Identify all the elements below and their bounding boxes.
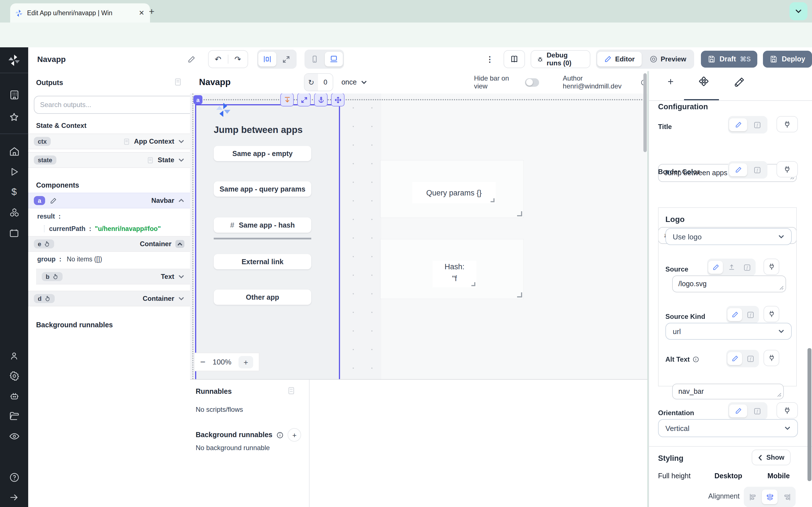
- eval-mode-button[interactable]: f: [748, 404, 766, 417]
- tab-close-icon[interactable]: ✕: [138, 9, 146, 17]
- runs-icon[interactable]: [0, 162, 28, 181]
- orientation-connect-button[interactable]: [776, 402, 798, 418]
- resize-handle[interactable]: [491, 198, 495, 202]
- upload-mode-button[interactable]: [724, 261, 739, 274]
- more-options-icon[interactable]: ⋮: [486, 55, 494, 64]
- component-row-navbar[interactable]: a Navbar: [28, 193, 190, 209]
- navbar-component-region[interactable]: [195, 100, 339, 379]
- component-row-text-b[interactable]: b Text: [36, 269, 190, 284]
- redo-button[interactable]: ↷: [228, 55, 247, 64]
- refresh-mode-select[interactable]: once: [342, 78, 367, 86]
- eval-mode-button[interactable]: f: [743, 352, 758, 365]
- resources-icon[interactable]: [0, 203, 28, 222]
- alt-text-connect-button[interactable]: [763, 350, 779, 366]
- users-icon[interactable]: [0, 346, 28, 365]
- workspace-icon[interactable]: [0, 86, 28, 104]
- draft-button[interactable]: Draft ⌘S: [701, 51, 758, 68]
- source-kind-connect-button[interactable]: [763, 306, 779, 322]
- static-mode-button[interactable]: [729, 163, 747, 176]
- eval-mode-button[interactable]: f: [743, 308, 758, 321]
- favorites-icon[interactable]: [0, 108, 28, 126]
- workers-icon[interactable]: [0, 387, 28, 406]
- centered-layout-button[interactable]: [258, 52, 276, 66]
- help-icon[interactable]: [0, 468, 28, 487]
- home-icon[interactable]: [0, 142, 28, 161]
- panel-collapse-icon[interactable]: [174, 78, 182, 86]
- windmill-logo-icon[interactable]: [0, 51, 28, 69]
- variables-icon[interactable]: $: [0, 183, 28, 202]
- static-mode-button[interactable]: [727, 308, 742, 321]
- app-canvas[interactable]: a Jump between apps Same app - empty Sam…: [190, 94, 647, 380]
- hash-card[interactable]: Hash: "f: [380, 239, 523, 298]
- settings-tab-icon[interactable]: [698, 76, 709, 88]
- nav-button-external-link[interactable]: External link: [214, 254, 311, 269]
- nav-button-other-app[interactable]: Other app: [214, 290, 311, 305]
- align-center-button[interactable]: [762, 490, 777, 504]
- group-key-row[interactable]: group : No items ([]): [37, 256, 102, 263]
- desktop-view-button[interactable]: [324, 52, 343, 66]
- deploy-button[interactable]: Deploy: [763, 51, 812, 68]
- settings-gear-icon[interactable]: [0, 367, 28, 386]
- query-params-text-box[interactable]: Query params {}: [412, 182, 496, 203]
- hash-text-box[interactable]: Hash: "f: [433, 261, 476, 287]
- add-background-runnable-button[interactable]: +: [288, 428, 301, 442]
- zoom-in-button[interactable]: +: [239, 356, 253, 368]
- styling-show-button[interactable]: Show: [752, 450, 791, 465]
- state-row[interactable]: state State: [28, 152, 190, 168]
- search-outputs-input[interactable]: Search outputs...: [34, 96, 197, 114]
- static-mode-button[interactable]: [708, 261, 723, 274]
- preview-tab[interactable]: Preview: [643, 52, 693, 66]
- hide-bar-toggle[interactable]: [525, 78, 539, 87]
- resize-handle[interactable]: [471, 282, 475, 286]
- new-tab-button[interactable]: +: [149, 7, 154, 16]
- styling-tab-icon[interactable]: [733, 76, 745, 88]
- schedules-icon[interactable]: [0, 224, 28, 243]
- resize-handle[interactable]: [777, 393, 781, 397]
- chevron-down-icon[interactable]: [178, 274, 185, 279]
- selected-component-chip[interactable]: a: [193, 95, 202, 104]
- edit-id-icon[interactable]: [50, 197, 57, 204]
- docs-button[interactable]: [503, 50, 525, 68]
- resize-handle[interactable]: [517, 211, 522, 216]
- anchor-component-button[interactable]: [314, 94, 327, 107]
- canvas-scrollbar[interactable]: [644, 73, 647, 152]
- refresh-counter[interactable]: ↻ 0: [304, 73, 334, 91]
- audit-eye-icon[interactable]: [0, 427, 28, 446]
- alt-text-input[interactable]: nav_bar: [672, 384, 784, 399]
- source-kind-select[interactable]: url: [665, 323, 792, 340]
- eval-mode-button[interactable]: f: [748, 163, 766, 176]
- result-key-row[interactable]: result :: [37, 213, 61, 220]
- expand-component-button[interactable]: [297, 94, 311, 107]
- component-row-container-e[interactable]: e Container: [28, 236, 190, 252]
- nav-button-same-app-empty[interactable]: Same app - empty: [214, 146, 311, 161]
- debug-runs-button[interactable]: Debug runs (0): [530, 50, 591, 68]
- align-left-button[interactable]: [745, 490, 761, 504]
- rename-app-icon[interactable]: [187, 55, 195, 63]
- nav-button-same-app-query[interactable]: Same app - query params: [214, 181, 311, 196]
- chevron-down-icon[interactable]: [178, 158, 185, 162]
- browser-tab[interactable]: Edit App u/henri/navapp | Win ✕: [10, 3, 150, 22]
- border-color-connect-button[interactable]: [776, 161, 798, 177]
- orientation-select[interactable]: Vertical: [658, 419, 798, 437]
- chevron-down-icon[interactable]: [178, 296, 185, 301]
- mobile-view-button[interactable]: [305, 52, 323, 66]
- source-connect-button[interactable]: [763, 259, 779, 275]
- resize-handle[interactable]: [517, 292, 522, 297]
- chevron-down-icon[interactable]: [178, 139, 185, 144]
- settings-scrollbar[interactable]: [808, 348, 811, 481]
- nav-button-same-app-hash[interactable]: # Same app - hash: [214, 217, 311, 233]
- chevron-up-icon[interactable]: [178, 198, 185, 203]
- current-path-row[interactable]: currentPath : "u/henri/navapp#foo": [44, 225, 161, 232]
- resize-handle[interactable]: [779, 286, 784, 290]
- collapse-arrow-icon[interactable]: [0, 488, 28, 507]
- editor-tab[interactable]: Editor: [597, 52, 642, 66]
- collapse-button[interactable]: [175, 240, 185, 248]
- source-input[interactable]: /logo.svg: [672, 276, 786, 292]
- eval-mode-button[interactable]: f: [748, 118, 766, 131]
- component-row-container-d[interactable]: d Container: [28, 291, 190, 306]
- static-mode-button[interactable]: [729, 118, 747, 131]
- zoom-out-button[interactable]: −: [200, 357, 206, 367]
- eval-mode-button[interactable]: f: [740, 261, 755, 274]
- window-chevron-button[interactable]: [790, 2, 808, 20]
- align-right-button[interactable]: [779, 490, 795, 504]
